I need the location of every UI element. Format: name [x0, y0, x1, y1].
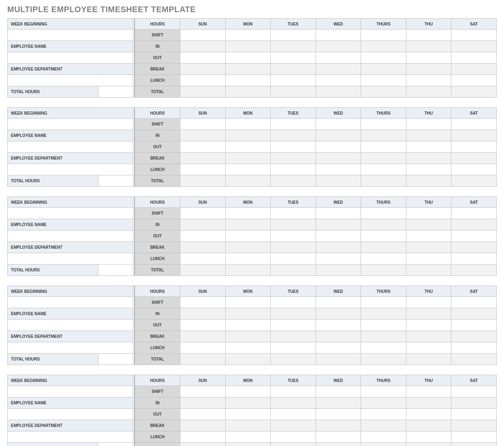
cell-lunch[interactable]	[361, 75, 406, 86]
cell-total[interactable]	[361, 443, 406, 446]
cell-shift[interactable]	[226, 208, 271, 219]
cell-total[interactable]	[180, 443, 226, 446]
cell-total[interactable]	[316, 175, 361, 187]
cell-out[interactable]	[271, 52, 316, 64]
cell-total[interactable]	[316, 443, 361, 446]
cell-in[interactable]	[316, 130, 361, 141]
cell-out[interactable]	[316, 230, 361, 242]
cell-break[interactable]	[271, 331, 316, 342]
cell-lunch[interactable]	[361, 253, 406, 265]
cell-in[interactable]	[180, 397, 226, 409]
cell-total[interactable]	[226, 175, 271, 187]
cell-out[interactable]	[451, 230, 497, 242]
input-week-beginning[interactable]	[7, 386, 133, 397]
cell-out[interactable]	[451, 320, 497, 331]
cell-total[interactable]	[226, 265, 271, 276]
cell-break[interactable]	[451, 242, 497, 253]
cell-in[interactable]	[406, 41, 452, 52]
cell-in[interactable]	[451, 219, 497, 230]
cell-shift[interactable]	[271, 119, 316, 130]
cell-lunch[interactable]	[271, 75, 316, 86]
cell-out[interactable]	[180, 320, 226, 331]
cell-out[interactable]	[226, 230, 271, 242]
cell-in[interactable]	[271, 308, 316, 320]
cell-in[interactable]	[226, 397, 271, 409]
cell-break[interactable]	[406, 420, 452, 431]
cell-in[interactable]	[271, 130, 316, 141]
cell-in[interactable]	[361, 219, 406, 230]
cell-shift[interactable]	[451, 386, 497, 397]
cell-in[interactable]	[226, 308, 271, 320]
cell-break[interactable]	[406, 153, 452, 164]
cell-out[interactable]	[451, 409, 497, 420]
cell-out[interactable]	[451, 52, 497, 64]
cell-shift[interactable]	[451, 119, 497, 130]
cell-break[interactable]	[361, 242, 406, 253]
cell-out[interactable]	[406, 141, 452, 153]
cell-shift[interactable]	[406, 30, 452, 41]
cell-shift[interactable]	[361, 208, 406, 219]
cell-out[interactable]	[180, 52, 226, 64]
cell-lunch[interactable]	[271, 253, 316, 265]
cell-out[interactable]	[226, 409, 271, 420]
input-employee-department[interactable]	[7, 431, 133, 443]
cell-break[interactable]	[180, 64, 226, 75]
cell-total[interactable]	[271, 354, 316, 365]
cell-out[interactable]	[361, 52, 406, 64]
cell-lunch[interactable]	[451, 75, 497, 86]
cell-in[interactable]	[271, 397, 316, 409]
cell-total[interactable]	[406, 354, 452, 365]
input-employee-name[interactable]	[7, 409, 133, 420]
cell-out[interactable]	[180, 141, 226, 153]
cell-shift[interactable]	[361, 297, 406, 308]
cell-shift[interactable]	[271, 30, 316, 41]
cell-break[interactable]	[271, 420, 316, 431]
cell-break[interactable]	[406, 242, 452, 253]
cell-lunch[interactable]	[451, 253, 497, 265]
cell-shift[interactable]	[406, 386, 452, 397]
cell-total[interactable]	[271, 443, 316, 446]
cell-in[interactable]	[406, 219, 452, 230]
cell-total[interactable]	[361, 175, 406, 187]
cell-total[interactable]	[451, 354, 497, 365]
cell-break[interactable]	[180, 420, 226, 431]
cell-in[interactable]	[406, 130, 452, 141]
cell-lunch[interactable]	[406, 164, 452, 175]
cell-shift[interactable]	[361, 386, 406, 397]
cell-shift[interactable]	[180, 30, 226, 41]
cell-lunch[interactable]	[316, 342, 361, 354]
cell-break[interactable]	[451, 420, 497, 431]
cell-shift[interactable]	[226, 119, 271, 130]
cell-shift[interactable]	[406, 119, 452, 130]
cell-break[interactable]	[271, 153, 316, 164]
cell-shift[interactable]	[316, 30, 361, 41]
input-employee-name[interactable]	[7, 320, 133, 331]
cell-in[interactable]	[451, 308, 497, 320]
cell-in[interactable]	[271, 219, 316, 230]
cell-in[interactable]	[361, 41, 406, 52]
cell-out[interactable]	[316, 52, 361, 64]
cell-out[interactable]	[271, 409, 316, 420]
cell-in[interactable]	[361, 397, 406, 409]
cell-shift[interactable]	[451, 208, 497, 219]
cell-break[interactable]	[226, 242, 271, 253]
input-employee-name[interactable]	[7, 141, 133, 153]
cell-shift[interactable]	[271, 386, 316, 397]
cell-out[interactable]	[180, 230, 226, 242]
cell-lunch[interactable]	[180, 164, 226, 175]
cell-lunch[interactable]	[451, 164, 497, 175]
cell-shift[interactable]	[271, 208, 316, 219]
cell-in[interactable]	[316, 308, 361, 320]
cell-break[interactable]	[226, 420, 271, 431]
cell-out[interactable]	[316, 141, 361, 153]
cell-shift[interactable]	[451, 297, 497, 308]
cell-break[interactable]	[226, 153, 271, 164]
cell-break[interactable]	[316, 153, 361, 164]
cell-lunch[interactable]	[316, 75, 361, 86]
cell-lunch[interactable]	[180, 431, 226, 443]
cell-shift[interactable]	[406, 297, 452, 308]
cell-in[interactable]	[316, 397, 361, 409]
cell-shift[interactable]	[361, 30, 406, 41]
cell-out[interactable]	[361, 230, 406, 242]
input-week-beginning[interactable]	[7, 30, 133, 41]
